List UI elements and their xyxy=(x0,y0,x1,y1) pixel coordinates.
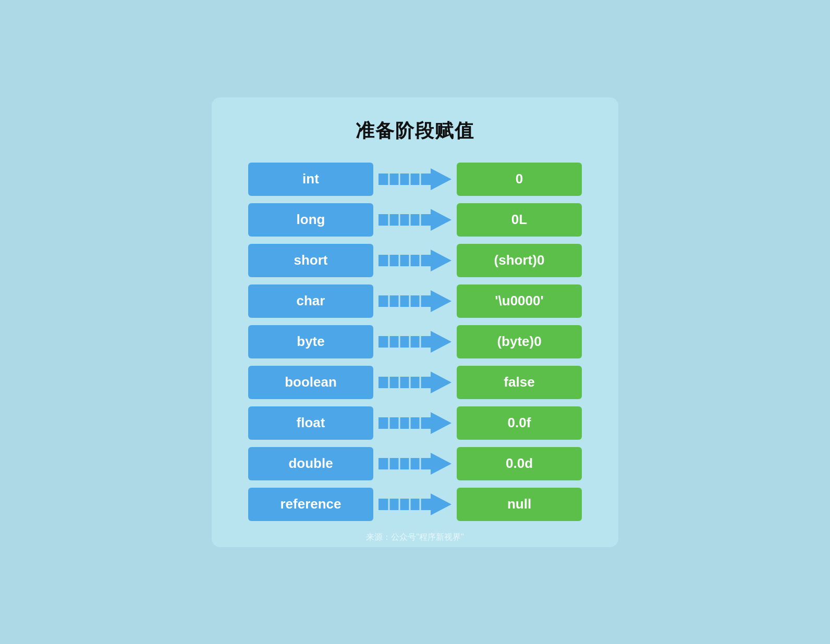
table-row: long 0L xyxy=(243,203,587,237)
table-row: short (short)0 xyxy=(243,244,587,277)
type-label: char xyxy=(248,284,373,318)
table-row: double 0.0d xyxy=(243,447,587,480)
arrow-icon xyxy=(373,410,457,436)
arrow-icon xyxy=(373,288,457,314)
value-label: 0L xyxy=(457,203,582,237)
type-label: short xyxy=(248,244,373,277)
arrow-icon xyxy=(373,247,457,274)
value-label: (byte)0 xyxy=(457,325,582,358)
value-label: 0 xyxy=(457,163,582,196)
table-row: byte (byte)0 xyxy=(243,325,587,358)
type-label: long xyxy=(248,203,373,237)
value-label: 0.0d xyxy=(457,447,582,480)
main-diagram: 准备阶段赋值 int 0long xyxy=(212,97,618,547)
value-label: false xyxy=(457,366,582,399)
arrow-icon xyxy=(373,369,457,395)
value-label: 0.0f xyxy=(457,406,582,440)
arrow-icon xyxy=(373,491,457,517)
type-label: double xyxy=(248,447,373,480)
arrow-icon xyxy=(373,329,457,355)
arrow-icon xyxy=(373,166,457,192)
table-row: int 0 xyxy=(243,163,587,196)
table-row: char '\u0000' xyxy=(243,284,587,318)
type-label: float xyxy=(248,406,373,440)
watermark-text: 来源：公众号"程序新视界" xyxy=(366,532,463,543)
type-label: byte xyxy=(248,325,373,358)
value-label: (short)0 xyxy=(457,244,582,277)
value-label: null xyxy=(457,488,582,521)
table-row: reference null xyxy=(243,488,587,521)
rows-container: int 0long 0Lshort xyxy=(243,163,587,521)
arrow-icon xyxy=(373,207,457,233)
table-row: float 0.0f xyxy=(243,406,587,440)
value-label: '\u0000' xyxy=(457,284,582,318)
type-label: int xyxy=(248,163,373,196)
type-label: boolean xyxy=(248,366,373,399)
page-title: 准备阶段赋值 xyxy=(356,118,474,144)
table-row: boolean false xyxy=(243,366,587,399)
arrow-icon xyxy=(373,451,457,477)
type-label: reference xyxy=(248,488,373,521)
